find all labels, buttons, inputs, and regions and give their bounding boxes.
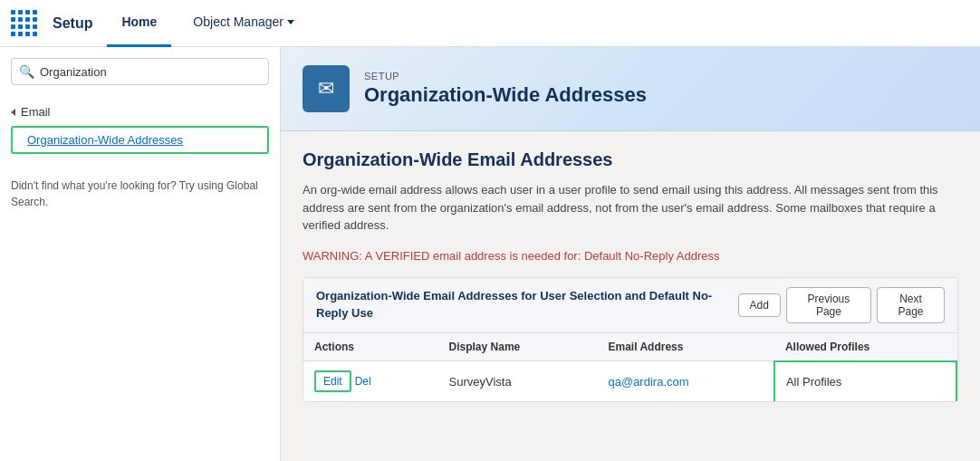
email-address-link[interactable]: qa@ardira.com: [608, 375, 688, 389]
tab-home[interactable]: Home: [107, 0, 171, 47]
page-header: ✉ SETUP Organization-Wide Addresses: [281, 47, 980, 131]
header-text: SETUP Organization-Wide Addresses: [364, 71, 647, 107]
previous-page-button[interactable]: Previous Page: [786, 287, 871, 323]
col-header-display-name: Display Name: [438, 333, 598, 361]
app-launcher-icon[interactable]: [11, 10, 38, 37]
search-icon: 🔍: [19, 64, 34, 79]
top-nav: Setup Home Object Manager: [0, 0, 980, 47]
sidebar-email-toggle[interactable]: Email: [11, 101, 269, 122]
sidebar: 🔍 Email Organization-Wide Addresses Didn…: [0, 47, 281, 461]
sidebar-email-section: Email Organization-Wide Addresses: [0, 96, 280, 163]
col-header-allowed-profiles: Allowed Profiles: [774, 333, 956, 361]
main-content: ✉ SETUP Organization-Wide Addresses Orga…: [281, 47, 980, 461]
search-input[interactable]: [40, 65, 261, 79]
email-address-cell: qa@ardira.com: [597, 361, 773, 402]
actions-cell: Edit Del: [303, 361, 438, 402]
sidebar-section-label: Email: [21, 105, 51, 119]
edit-button[interactable]: Edit: [314, 370, 351, 392]
col-header-actions: Actions: [303, 333, 438, 361]
col-header-email-address: Email Address: [597, 333, 773, 361]
table-section-title: Organization-Wide Email Addresses for Us…: [316, 288, 738, 321]
app-layout: 🔍 Email Organization-Wide Addresses Didn…: [0, 47, 980, 461]
sidebar-search-box[interactable]: 🔍: [11, 58, 269, 85]
sidebar-hint: Didn't find what you're looking for? Try…: [0, 163, 280, 225]
header-email-icon: ✉: [303, 65, 350, 112]
warning-text: WARNING: A VERIFIED email address is nee…: [303, 249, 958, 263]
sidebar-chevron-icon: [11, 109, 15, 116]
table-row: Edit Del SurveyVista qa@ardira.com All P…: [303, 361, 956, 402]
content-area: Organization-Wide Email Addresses An org…: [281, 131, 980, 420]
object-manager-chevron-icon: [287, 20, 294, 24]
table-action-buttons: Add Previous Page Next Page: [738, 287, 946, 323]
add-button[interactable]: Add: [738, 293, 781, 317]
table-section: Organization-Wide Email Addresses for Us…: [303, 277, 958, 403]
data-table: Actions Display Name Email Address Allow…: [303, 333, 957, 402]
header-title: Organization-Wide Addresses: [364, 83, 647, 107]
sidebar-item-org-wide-addresses[interactable]: Organization-Wide Addresses: [11, 126, 269, 154]
table-header-row: Organization-Wide Email Addresses for Us…: [303, 278, 957, 333]
allowed-profiles-cell: All Profiles: [774, 361, 956, 402]
header-setup-label: SETUP: [364, 71, 647, 82]
display-name-cell: SurveyVista: [438, 361, 598, 402]
tab-object-manager[interactable]: Object Manager: [178, 0, 309, 47]
setup-label: Setup: [53, 15, 92, 32]
description-text: An org-wide email address allows each us…: [303, 181, 958, 235]
next-page-button[interactable]: Next Page: [877, 287, 945, 323]
del-button[interactable]: Del: [355, 375, 371, 388]
section-title: Organization-Wide Email Addresses: [303, 149, 958, 170]
